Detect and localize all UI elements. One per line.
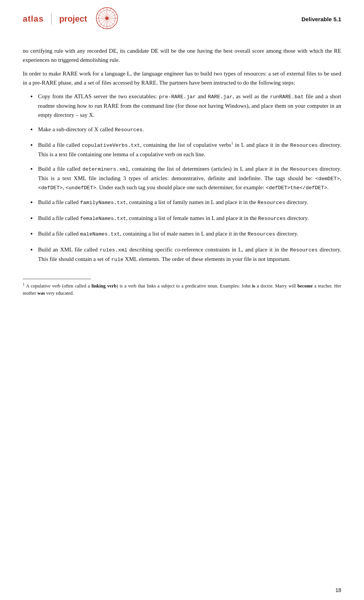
code-resources-2: Resources (290, 143, 318, 148)
bullet-rules-content: Build an XML file called rules.xml descr… (38, 245, 341, 264)
bullet-copulative-text1: Build a file called (38, 142, 82, 148)
code-copulative-verbs: copulativeVerbs.txt (82, 143, 140, 148)
code-resources-5: Resources (258, 216, 286, 221)
page-number: 18 (335, 587, 341, 593)
footnote-bold1: linking verb (91, 284, 116, 289)
list-item: Build an XML file called rules.xml descr… (30, 245, 341, 264)
list-item: Copy from the ATLAS server the two execu… (30, 92, 341, 119)
bullet-male-text3: directory. (275, 231, 298, 237)
bullet-det-text5: , (63, 184, 66, 190)
list-item: Build a file called familyNames.txt, con… (30, 198, 341, 208)
list-item: Build a file called determiners.xml, con… (30, 164, 341, 192)
code-def-det: <defDET> (38, 185, 63, 191)
content: no certifying rule with any recorded DE,… (23, 46, 341, 297)
list-item: Build a file called copulativeVerbs.txt,… (30, 140, 341, 159)
code-resources-4: Resources (257, 200, 285, 206)
steps-list: Copy from the ATLAS server the two execu… (23, 92, 341, 264)
bullet-determiners-content: Build a file called determiners.xml, con… (38, 164, 341, 192)
footnote-text5: very educated. (45, 291, 74, 296)
bullet-make-text2: . (143, 126, 144, 132)
code-resources-7: Resources (290, 247, 318, 253)
footnote-bold3: become (297, 284, 312, 289)
bullet-make-content: Make a sub-directory of X called Resourc… (38, 125, 341, 134)
code-def-det-example: <defDET>the</defDET> (266, 185, 327, 191)
bullet-male-text1: Build a file called (38, 231, 80, 237)
intro-paragraph-1: no certifying rule with any recorded DE,… (23, 46, 341, 64)
footnote: 1 A copulative verb (often called a link… (23, 281, 341, 297)
code-pre-rare-jar: pre-RARE.jar (159, 94, 196, 100)
footnote-text3: a doctor. Marry will (255, 284, 297, 289)
bullet-det-text4: , (340, 175, 341, 181)
code-rare-jar: RARE.jar (208, 94, 232, 100)
code-family-names: familyNames.txt (80, 200, 126, 206)
bullet-copulative-text2: , containing the list of copulative verb… (140, 142, 231, 148)
bullet-det-text6: . Under each such tag you should place o… (96, 184, 266, 190)
list-item: Build a file called femaleNames.txt, con… (30, 214, 341, 224)
deliverable-label: Deliverable 5.1 (301, 16, 341, 22)
code-runrare-bat: runRARE.bat (270, 94, 304, 100)
bullet-copy-and: and (196, 93, 208, 99)
list-item: Make a sub-directory of X called Resourc… (30, 125, 341, 135)
bullet-det-text1: Build a file called (38, 166, 82, 172)
footnote-bold4: was (38, 291, 45, 296)
bullet-det-text2: , containing the list of determiners (ar… (129, 166, 290, 172)
bullet-family-text3: directory. (285, 199, 308, 205)
code-male-names: maleNames.txt (80, 231, 120, 237)
header-left: atlas project 2015 (23, 7, 118, 31)
logo-atlas: atlas (23, 14, 44, 24)
bullet-male-text2: , containing a list of male names in L a… (120, 231, 247, 237)
footnote-text2: ) is a verb that links a subject to a pr… (116, 284, 252, 289)
bullet-rules-text1: Build an XML file called (38, 247, 100, 253)
footnote-divider (23, 279, 91, 279)
bullet-copy-text1: Copy from the ATLAS server the two execu… (38, 93, 159, 99)
code-undef-det: <undefDET> (66, 185, 96, 191)
logo-project: project (59, 14, 87, 24)
bullet-family-text1: Build a file called (38, 199, 80, 205)
bullet-rules-text2: describing specific co-reference constra… (127, 247, 290, 253)
code-rules-xml: rules.xml (100, 247, 127, 253)
bullet-family-content: Build a file called familyNames.txt, con… (38, 198, 341, 207)
svg-text:2015: 2015 (105, 18, 109, 20)
bullet-make-text1: Make a sub-directory of X called (38, 126, 115, 132)
code-female-names: femaleNames.txt (80, 216, 126, 221)
code-resources-6: Resources (248, 231, 275, 237)
code-resources-1: Resources (115, 127, 143, 133)
footnote-text1: A copulative verb (often called a (25, 284, 91, 289)
list-item: Build a file called maleNames.txt, conta… (30, 229, 341, 240)
bullet-family-text2: , containing a list of family names in L… (126, 199, 257, 205)
intro-paragraph-2: In order to make RARE work for a languag… (23, 69, 341, 87)
logo-divider (51, 13, 52, 25)
code-dem-det: <demDET> (315, 176, 340, 182)
code-determiners-xml: determiners.xml (82, 166, 129, 172)
bullet-copulative-text3: in L and place it in the (233, 142, 290, 148)
bullet-female-text1: Build a file called (38, 215, 80, 221)
header: atlas project 2015 (23, 0, 341, 35)
bullet-rules-text4: XML elements. The order of these element… (124, 256, 290, 262)
bullet-female-text2: , containing a list of female names in L… (126, 215, 258, 221)
bullet-copy-text2: , as well as the (232, 93, 270, 99)
bullet-copy-content: Copy from the ATLAS server the two execu… (38, 92, 341, 119)
code-resources-3: Resources (290, 166, 318, 172)
bullet-det-text7: . (327, 184, 329, 190)
page: atlas project 2015 (0, 0, 364, 600)
footnote-bold2: is (252, 284, 255, 289)
bullet-male-content: Build a file called maleNames.txt, conta… (38, 229, 341, 239)
bullet-female-content: Build a file called femaleNames.txt, con… (38, 214, 341, 223)
circular-logo-icon: 2015 (96, 7, 118, 31)
bullet-female-text3: directory. (286, 215, 309, 221)
bullet-copulative-content: Build a file called copulativeVerbs.txt,… (38, 140, 341, 159)
code-rule-element: rule (111, 257, 123, 262)
